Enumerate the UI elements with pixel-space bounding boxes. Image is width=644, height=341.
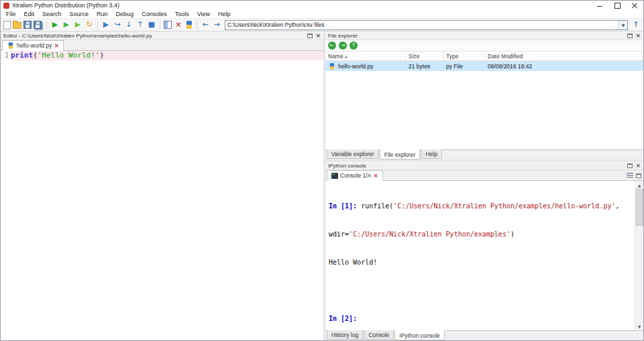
console-pane-header: IPython console ×: [325, 161, 643, 170]
file-size-text: 21 bytes: [409, 63, 430, 70]
right-column: File explorer × ← → ↑ Name ▲: [325, 31, 643, 340]
fx-parent-icon[interactable]: ↑: [350, 42, 358, 50]
file-type-text: py File: [446, 63, 463, 70]
run-cell-advance-icon[interactable]: ▶: [73, 20, 83, 29]
menu-source[interactable]: Source: [66, 11, 93, 17]
tab-console[interactable]: Console: [364, 330, 394, 340]
column-header-modified[interactable]: Date Modified: [485, 52, 643, 60]
new-file-icon[interactable]: [3, 21, 11, 29]
run-icon[interactable]: ▶: [50, 20, 60, 29]
file-explorer-title: File explorer: [328, 33, 625, 39]
code-line[interactable]: 1 print('Hello World!'): [1, 51, 323, 60]
column-header-name[interactable]: Name ▲: [325, 52, 406, 60]
console-pane-title: IPython console: [328, 163, 625, 169]
maximize-pane-icon[interactable]: [164, 21, 172, 29]
py-file-icon: [329, 63, 335, 70]
file-explorer-close-icon[interactable]: ×: [635, 33, 641, 39]
menu-consoles[interactable]: Consoles: [138, 11, 171, 17]
parent-directory-icon[interactable]: ↑: [631, 20, 641, 29]
menu-help[interactable]: Help: [214, 11, 235, 17]
step-into-icon[interactable]: ↓: [124, 20, 133, 29]
console-scrollbar[interactable]: ▲ ▼: [635, 181, 643, 330]
fx-previous-icon[interactable]: ←: [328, 42, 336, 50]
scroll-up-icon[interactable]: ▲: [635, 181, 644, 189]
rerun-icon[interactable]: ↻: [85, 20, 94, 29]
menu-tools[interactable]: Tools: [171, 11, 193, 17]
menu-view[interactable]: View: [193, 11, 214, 17]
console-undock-icon[interactable]: [627, 163, 633, 168]
editor-pane-close-icon[interactable]: ×: [315, 33, 321, 39]
sort-asc-icon: ▲: [345, 54, 347, 58]
console-menu-icon[interactable]: [636, 174, 641, 178]
tab-help-label: Help: [425, 151, 437, 157]
step-out-icon[interactable]: ↑: [136, 20, 145, 29]
close-button[interactable]: [626, 1, 643, 10]
save-all-icon[interactable]: [34, 21, 42, 29]
python-file-icon: [7, 42, 14, 49]
column-header-size[interactable]: Size: [406, 52, 443, 60]
console-line: Hello World!: [329, 258, 631, 267]
tab-help[interactable]: Help: [421, 149, 441, 159]
editor-tab-close-icon[interactable]: ×: [54, 42, 59, 49]
line-number: 1: [1, 51, 11, 60]
comma: ,: [615, 202, 619, 210]
menu-run[interactable]: Run: [93, 11, 112, 17]
code-content: print('Hello World!'): [11, 51, 323, 60]
combo-dropdown-icon[interactable]: ▼: [619, 21, 627, 29]
editor-body[interactable]: 1 print('Hello World!'): [1, 51, 323, 340]
forward-icon[interactable]: →: [212, 20, 221, 29]
pythonpath-manager-icon[interactable]: [185, 21, 193, 29]
preferences-icon[interactable]: ×: [174, 20, 183, 29]
fx-next-icon[interactable]: →: [339, 42, 347, 50]
tab-history-log[interactable]: History log: [327, 330, 363, 340]
console-tab[interactable]: Console 1/A ×: [327, 170, 383, 181]
back-icon[interactable]: ←: [201, 20, 210, 29]
file-explorer-toolbar: ← → ↑: [325, 40, 643, 51]
code-paren-open: (: [33, 51, 38, 60]
tab-history-log-label: History log: [331, 332, 358, 338]
file-row-hello-world[interactable]: hello-world.py 21 bytes py File 08/08/20…: [325, 61, 643, 71]
wdir-path-string: 'C:/Users/Nick/Xtralien Python/examples': [349, 230, 511, 238]
menu-search[interactable]: Search: [38, 11, 66, 17]
file-list-empty-area[interactable]: [325, 71, 643, 149]
console-output[interactable]: In [1]: runfile('C:/Users/Nick/Xtralien …: [325, 181, 635, 330]
minimize-button[interactable]: [591, 1, 608, 10]
tab-file-explorer[interactable]: File explorer: [380, 149, 421, 159]
column-header-type[interactable]: Type: [443, 52, 485, 60]
console-tabbar: Console 1/A ×: [325, 170, 643, 181]
menu-edit[interactable]: Edit: [20, 11, 39, 17]
file-name-text: hello-world.py: [338, 63, 373, 70]
scroll-down-icon[interactable]: ▼: [635, 322, 644, 330]
menu-file[interactable]: File: [2, 11, 20, 17]
console-tab-close-icon[interactable]: ×: [373, 172, 378, 179]
console-line: In [2]:: [329, 314, 631, 324]
code-string: 'Hello World!': [38, 51, 100, 60]
stop-debug-icon[interactable]: ■: [147, 20, 156, 29]
editor-undock-icon[interactable]: [307, 33, 313, 38]
save-icon[interactable]: [23, 21, 32, 29]
scrollbar-thumb[interactable]: [636, 189, 643, 226]
wdir-arg: wdir=: [329, 230, 349, 238]
console-options-icon[interactable]: [627, 173, 633, 178]
editor-tab-hello-world[interactable]: hello-world.py ×: [2, 40, 64, 51]
run-cell-icon[interactable]: ▶: [62, 20, 71, 29]
in-prompt-2: In [2]:: [329, 315, 357, 322]
console-pane-close-icon[interactable]: ×: [635, 163, 641, 169]
step-over-icon[interactable]: ↪: [113, 20, 122, 29]
console-tab-label: Console 1/A: [340, 172, 371, 179]
file-explorer-pane: File explorer × ← → ↑ Name ▲: [325, 31, 643, 161]
file-size-cell: 21 bytes: [406, 63, 443, 70]
editor-tab-label: hello-world.py: [17, 42, 52, 49]
menu-debug[interactable]: Debug: [112, 11, 138, 17]
maximize-button[interactable]: [608, 1, 626, 10]
working-directory-input[interactable]: [225, 21, 619, 29]
open-file-icon[interactable]: [13, 22, 21, 29]
editor-empty-area[interactable]: [1, 60, 323, 340]
tab-variable-explorer[interactable]: Variable explorer: [327, 149, 379, 159]
tab-ipython-console[interactable]: IPython console: [394, 330, 444, 340]
debug-icon[interactable]: ▶: [101, 20, 111, 29]
working-directory-combo[interactable]: ▼: [225, 20, 628, 30]
file-explorer-undock-icon[interactable]: [627, 33, 633, 38]
runfile-call: runfile(: [361, 202, 393, 210]
code-paren-close: ): [99, 51, 104, 60]
